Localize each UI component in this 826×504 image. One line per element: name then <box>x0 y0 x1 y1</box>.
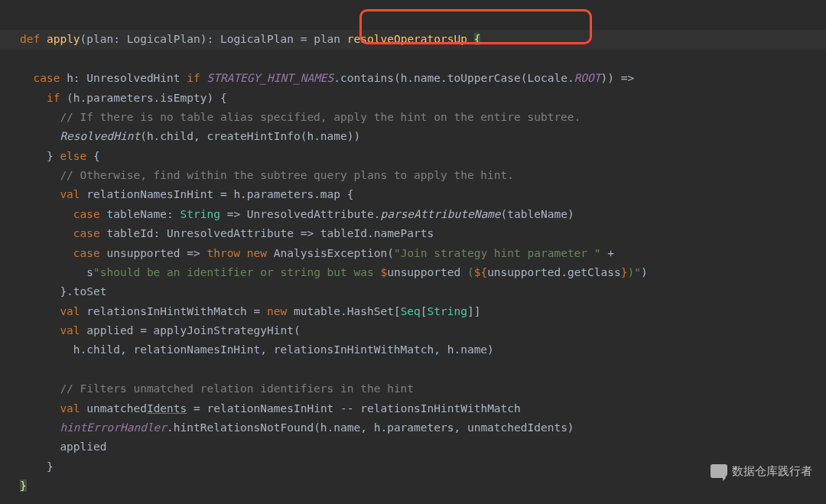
code-line-14: val relationsInHintWithMatch = new mutab… <box>20 305 480 317</box>
code-line-21: applied <box>20 441 107 453</box>
code-line-1: def apply(plan: LogicalPlan): LogicalPla… <box>0 30 826 49</box>
fn-apply: apply <box>47 33 80 45</box>
brace-close: } <box>20 480 27 492</box>
code-line-11: case unsupported => throw new AnalysisEx… <box>20 247 614 259</box>
code-line-18: // Filters unmatched relation identifier… <box>20 382 414 395</box>
comment-3: // Filters unmatched relation identifier… <box>60 382 414 395</box>
code-line-19: val unmatchedIdents = relationNamesInHin… <box>20 402 521 415</box>
code-line-13: }.toSet <box>20 285 107 298</box>
ident-hintErrorHandler: hintErrorHandler <box>60 421 167 434</box>
underline-idents: Idents <box>147 402 187 415</box>
code-line-4: // If there is no table alias specified,… <box>20 111 580 123</box>
call-resolvedHint: ResolvedHint <box>60 130 140 142</box>
code-line-15: val applied = applyJoinStrategyHint( <box>20 324 301 337</box>
ident-plan: plan <box>314 33 340 45</box>
code-line-8: val relationNamesInHint = h.parameters.m… <box>20 188 354 200</box>
code-line-10: case tableId: UnresolvedAttribute => tab… <box>20 227 434 239</box>
code-line-6: } else { <box>20 150 100 162</box>
call-resolveOperatorsUp: resolveOperatorsUp <box>347 33 467 45</box>
code-line-5: ResolvedHint(h.child, createHintInfo(h.n… <box>20 130 360 142</box>
watermark-text: 数据仓库践行者 <box>732 461 812 481</box>
string-literal-1: "Join strategy hint parameter " <box>394 247 601 259</box>
code-line-17 <box>20 363 27 376</box>
kw-def: def <box>20 33 40 45</box>
code-line-7: // Otherwise, find within the subtree qu… <box>20 169 514 181</box>
code-line-12: s"should be an identifier or string but … <box>20 266 648 278</box>
call-parseAttributeName: parseAttributeName <box>380 208 500 220</box>
type-seq: Seq <box>401 305 421 317</box>
watermark: 数据仓库践行者 <box>711 461 812 481</box>
code-line-23: } <box>20 480 27 492</box>
code-line-9: case tableName: String => UnresolvedAttr… <box>20 208 574 220</box>
type-string: String <box>180 208 220 220</box>
brace-open: { <box>474 33 481 45</box>
comment-1: // If there is no table alias specified,… <box>60 111 580 123</box>
code-line-3: if (h.parameters.isEmpty) { <box>20 92 227 104</box>
const-strategy: STRATEGY_HINT_NAMES <box>206 72 333 84</box>
const-root: ROOT <box>574 72 601 84</box>
code-line-22: } <box>20 460 54 473</box>
wechat-icon <box>711 464 727 478</box>
comment-2: // Otherwise, find within the subtree qu… <box>60 169 514 181</box>
code-line-16: h.child, relationNamesInHint, relationsI… <box>20 343 494 356</box>
signature: (plan: LogicalPlan): LogicalPlan <box>80 33 294 45</box>
code-editor[interactable]: def apply(plan: LogicalPlan): LogicalPla… <box>0 0 826 496</box>
code-line-2: case h: UnresolvedHint if STRATEGY_HINT_… <box>20 72 634 84</box>
code-line-20: hintErrorHandler.hintRelationsNotFound(h… <box>20 421 574 434</box>
